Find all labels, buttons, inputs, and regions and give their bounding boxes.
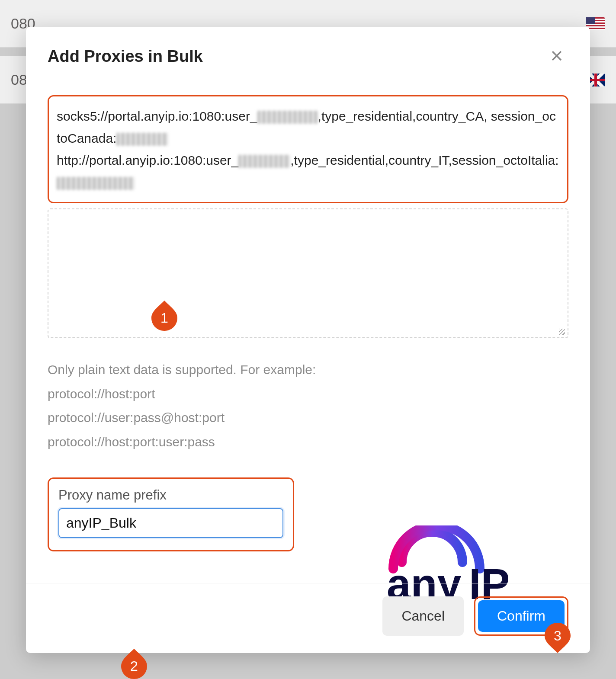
callout-marker-2: 2 bbox=[121, 649, 147, 679]
modal-title: Add Proxies in Bulk bbox=[48, 47, 203, 66]
modal-footer: Cancel Confirm bbox=[26, 583, 590, 653]
modal-body: socks5://portal.anyip.io:1080:user_,type… bbox=[26, 82, 590, 583]
prefix-input[interactable] bbox=[58, 508, 283, 538]
help-text: Only plain text data is supported. For e… bbox=[48, 358, 568, 454]
redacted-icon bbox=[57, 177, 135, 190]
redacted-icon bbox=[238, 155, 290, 168]
prefix-label: Proxy name prefix bbox=[58, 487, 283, 503]
modal-header: Add Proxies in Bulk bbox=[26, 27, 590, 82]
marker-number: 1 bbox=[160, 310, 168, 326]
help-line: protocol://host:port:user:pass bbox=[48, 430, 568, 454]
help-line: Only plain text data is supported. For e… bbox=[48, 358, 568, 382]
proxy-line: http://portal.anyip.io:1080:user_,type_r… bbox=[57, 149, 559, 193]
marker-number: 3 bbox=[554, 628, 561, 644]
redacted-icon bbox=[116, 133, 168, 146]
cancel-button[interactable]: Cancel bbox=[382, 596, 464, 636]
proxy-line: socks5://portal.anyip.io:1080:user_,type… bbox=[57, 105, 559, 149]
callout-marker-1: 1 bbox=[151, 301, 177, 331]
proxy-textarea[interactable] bbox=[48, 208, 568, 338]
callout-marker-3: 3 bbox=[545, 623, 571, 653]
help-line: protocol://user:pass@host:port bbox=[48, 406, 568, 430]
redacted-icon bbox=[257, 111, 318, 124]
close-icon bbox=[549, 48, 564, 63]
proxy-text: socks5://portal.anyip.io:1080:user_ bbox=[57, 109, 257, 123]
add-proxies-modal: Add Proxies in Bulk socks5://portal.anyi… bbox=[26, 27, 590, 653]
close-button[interactable] bbox=[545, 44, 568, 69]
proxy-text: ,type_residential,country_IT,session_oct… bbox=[290, 153, 558, 167]
marker-number: 2 bbox=[130, 658, 138, 674]
proxy-text: http://portal.anyip.io:1080:user_ bbox=[57, 153, 238, 167]
proxy-prefix-highlight: Proxy name prefix bbox=[48, 477, 294, 551]
proxy-list-highlight[interactable]: socks5://portal.anyip.io:1080:user_,type… bbox=[48, 95, 568, 203]
help-line: protocol://host:port bbox=[48, 382, 568, 406]
